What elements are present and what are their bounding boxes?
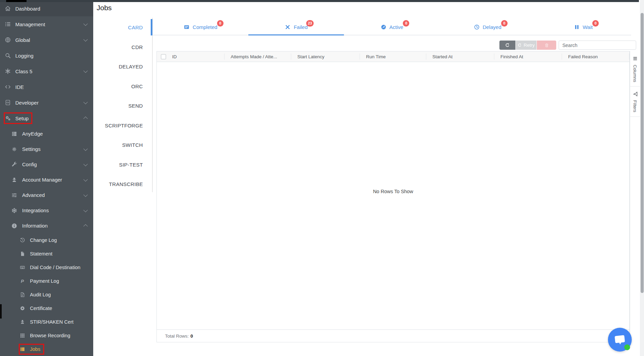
card-list-icon [184,24,189,30]
sidebar-item-payment-log[interactable]: P Payment Log [0,274,93,288]
job-type-label: CDR [132,44,143,50]
code-file-icon [5,99,11,106]
chevron-down-icon [83,21,88,26]
sidebar-item-certificate[interactable]: Certificate [0,301,93,315]
sidebar-item-config[interactable]: Config [0,157,93,172]
grid-side-panel: Columns Filters [630,51,640,342]
sidebar-item-developer[interactable]: Developer [0,95,93,110]
sidebar-item-management[interactable]: Management [0,16,93,32]
sidebar-item-dial-code-destination[interactable]: Dial Code / Destination [0,261,93,274]
chat-widget[interactable] [608,328,632,352]
scrollbar-thumb[interactable] [641,13,644,293]
retry-icon [517,43,522,47]
side-panel-tab-columns[interactable]: Columns [630,51,640,87]
sidebar-item-global[interactable]: Global [0,32,93,48]
sidebar-item-advanced[interactable]: Advanced [0,187,93,203]
delete-button[interactable] [537,41,556,50]
tab-completed[interactable]: Completed0 [153,19,248,35]
sidebar-item-audit-log[interactable]: Audit Log [0,288,93,301]
column-header-attempts-made-atte[interactable]: Attempts Made / Atte... [225,51,291,62]
job-type-label: SCRIPTFORGE [105,123,143,128]
job-type-switch[interactable]: SWITCH [93,135,151,155]
sidebar-item-label: Jobs [30,346,40,352]
sidebar: Dashboard Management Global Logging Clas… [0,0,93,356]
sidebar-item-ide[interactable]: IDE [0,79,93,95]
sidebar-item-browse-recording[interactable]: Browse Recording [0,329,93,342]
column-header-run-time[interactable]: Run Time [360,51,426,62]
sidebar-nav: Dashboard Management Global Logging Clas… [0,0,93,356]
tab-badge: 23 [306,20,314,27]
sidebar-item-settings[interactable]: Settings [0,141,93,157]
chevron-down-icon [83,177,88,182]
gear-icon [11,146,17,152]
column-header-finished-at[interactable]: Finished At [494,51,562,62]
refresh-button[interactable] [499,41,515,50]
sidebar-item-integrations[interactable]: Integrations [0,203,93,218]
job-type-orc[interactable]: ORC [93,77,151,96]
job-type-label: CARD [128,25,143,30]
side-panel-tab-label: Columns [632,65,638,82]
tab-delayed[interactable]: Delayed0 [440,19,535,35]
sidebar-item-class-5[interactable]: Class 5 [0,63,93,79]
sliders-icon [11,192,17,198]
server-icon [11,131,17,137]
sidebar-item-information[interactable]: Information [0,218,93,233]
job-type-card[interactable]: CARD [93,18,151,37]
sidebar-item-anyedge[interactable]: AnyEdge [0,126,93,141]
job-type-scriptforge[interactable]: SCRIPTFORGE [93,116,151,136]
tab-failed[interactable]: Failed23 [248,19,344,35]
job-type-divider [152,18,153,192]
side-panel-tab-filters[interactable]: Filters [630,87,640,117]
sidebar-item-dashboard[interactable]: Dashboard [0,1,93,16]
info-icon [11,223,17,229]
select-all-checkbox[interactable] [161,54,166,59]
file-lines-icon [20,292,25,297]
column-header-failed-reason[interactable]: Failed Reason [562,51,629,62]
sidebar-item-change-log[interactable]: Change Log [0,233,93,247]
job-type-sip-test[interactable]: SIP-TEST [93,155,151,175]
toolbar: Retry [499,41,636,50]
sidebar-item-label: Account Manager [22,177,62,183]
sidebar-item-label: Developer [15,100,38,106]
trash-icon [544,43,549,48]
left-edge-mark [0,304,2,319]
tab-wait[interactable]: Wait0 [535,19,631,35]
retry-button[interactable]: Retry [516,41,536,50]
column-header-start-latency[interactable]: Start Latency [291,51,360,62]
job-type-cdr[interactable]: CDR [93,37,151,57]
gears-icon [5,115,11,121]
sidebar-item-statement[interactable]: Statement [0,247,93,261]
sidebar-item-label: STIR/SHAKEN Cert [30,319,73,325]
sidebar-item-label: Config [22,161,37,167]
job-type-send[interactable]: SEND [93,96,151,116]
sidebar-item-label: Management [15,21,45,27]
history-icon [20,237,25,243]
online-status-dot [624,344,630,350]
user-secret-icon [20,319,25,325]
job-type-transcribe[interactable]: TRANSCRIBE [93,174,151,194]
column-header-id[interactable]: ID [157,51,225,62]
job-type-active-indicator [151,19,152,35]
job-type-label: ORC [131,83,143,89]
list-icon [5,21,11,27]
chevron-up-icon [83,117,88,121]
tab-bar: Completed0 Failed23 Active0 Delayed0 Wai… [153,19,631,35]
sidebar-item-jobs[interactable]: Jobs [0,342,93,356]
columns-icon [632,56,638,62]
sidebar-item-setup[interactable]: Setup [0,110,93,126]
sidebar-item-account-manager[interactable]: Account Manager [0,172,93,187]
retry-button-label: Retry [524,43,534,48]
job-type-label: SWITCH [122,142,143,148]
tab-active[interactable]: Active0 [344,19,440,35]
tab-badge: 0 [403,20,409,27]
sidebar-item-label: Certificate [30,306,52,311]
tab-badge: 0 [501,20,508,27]
column-header-started-at[interactable]: Started At [426,51,494,62]
sidebar-item-label: Dashboard [15,6,40,12]
window-top-strip [0,0,639,2]
sidebar-item-logging[interactable]: Logging [0,48,93,63]
page-scrollbar[interactable] [640,0,644,356]
sidebar-item-stir-shaken-cert[interactable]: STIR/SHAKEN Cert [0,315,93,329]
search-input[interactable] [559,41,636,50]
job-type-delayed[interactable]: DELAYED [93,57,151,77]
